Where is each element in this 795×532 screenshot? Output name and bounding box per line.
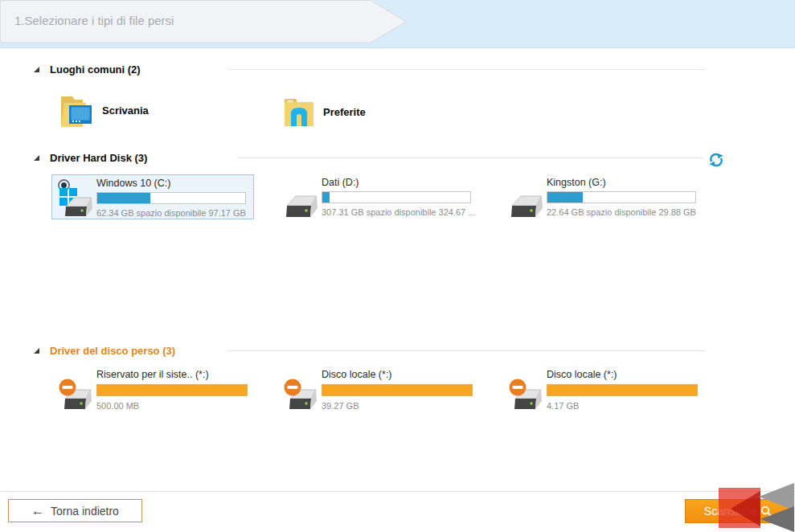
lost-drive-size: 4.17 GB (547, 401, 579, 411)
hard-drive-icon (285, 195, 319, 218)
capacity-bar (322, 384, 473, 396)
favorites-folder-icon (283, 95, 315, 129)
scan-button-label: Scansione (704, 505, 756, 518)
lost-drive-item-local-1[interactable]: Disco locale (*:) 39.27 GB (284, 369, 486, 415)
desktop-folder-icon (59, 92, 94, 129)
divider (237, 158, 703, 158)
recovery-wizard-window: 2.Selezionare una posizione per comincia… (0, 0, 795, 532)
drive-free-space: 62.34 GB spazio disponibile 97.17 GB (96, 208, 246, 218)
capacity-bar (322, 191, 471, 203)
back-button[interactable]: ← Torna indietro (8, 499, 142, 522)
place-item-desktop[interactable]: Scrivania (59, 91, 149, 129)
collapse-triangle-icon[interactable] (33, 154, 40, 162)
capacity-bar (96, 192, 246, 204)
section-title-hard-disk-drives: Driver Hard Disk (3) (50, 152, 147, 164)
lost-drive-size: 500.00 MB (96, 401, 139, 411)
capacity-bar-fill (97, 385, 247, 395)
lost-drive-icon (284, 379, 319, 414)
refresh-icon[interactable] (707, 151, 725, 169)
lost-drive-name: Disco locale (*:) (322, 369, 392, 380)
capacity-bar-fill (547, 192, 583, 203)
windows-drive-icon (59, 188, 93, 219)
drive-free-space: 307.31 GB spazio disponibile 324.67 ... (322, 207, 475, 217)
place-item-favorites[interactable]: Preferite (283, 92, 366, 131)
drive-item-windows-c[interactable]: Windows 10 (C:) 62.34 GB spazio disponib… (51, 174, 254, 219)
capacity-bar (96, 384, 248, 396)
drive-name: Dati (D:) (322, 177, 359, 188)
back-button-label: Torna indietro (51, 505, 119, 518)
lost-drive-size: 39.27 GB (322, 401, 359, 411)
divider (227, 69, 706, 70)
capacity-bar-fill (547, 385, 697, 395)
capacity-bar-fill (322, 192, 330, 203)
hard-drive-icon (510, 195, 544, 218)
section-title-common-places: Luoghi comuni (2) (50, 63, 141, 76)
lost-drive-item-system-reserved[interactable]: Riservato per il siste.. (*:) 500.00 MB (59, 369, 261, 415)
lost-drive-item-local-2[interactable]: Disco locale (*:) 4.17 GB (509, 369, 711, 415)
back-arrow-icon: ← (31, 505, 44, 518)
drive-name: Windows 10 (C:) (96, 178, 170, 189)
section-title-lost-drives: Driver del disco perso (3) (50, 345, 175, 357)
lost-drive-icon (509, 379, 544, 414)
capacity-bar-fill (322, 385, 472, 395)
lost-drive-name: Riservato per il siste.. (*:) (96, 369, 209, 380)
place-item-label: Preferite (323, 106, 366, 118)
collapse-triangle-icon[interactable] (33, 347, 40, 354)
drive-name: Kingston (G:) (547, 177, 606, 188)
capacity-bar (547, 191, 696, 203)
place-item-label: Scrivania (102, 104, 149, 117)
lost-drive-icon (59, 379, 94, 414)
drive-item-kingston-g[interactable]: Kingston (G:) 22.64 GB spazio disponibil… (510, 174, 713, 219)
drive-free-space: 22.64 GB spazio disponibile 29.88 GB (547, 207, 696, 217)
lost-drive-name: Disco locale (*:) (547, 369, 617, 380)
divider (227, 350, 706, 351)
drive-item-dati-d[interactable]: Dati (D:) 307.31 GB spazio disponibile 3… (285, 174, 488, 219)
search-icon (760, 505, 772, 518)
scan-button[interactable]: Scansione (685, 499, 792, 523)
capacity-bar-fill (97, 193, 150, 203)
collapse-triangle-icon[interactable] (33, 66, 40, 73)
footer-divider (0, 491, 795, 492)
step1-title: 1.Selezionare i tipi di file persi (14, 0, 360, 42)
capacity-bar (547, 384, 698, 396)
